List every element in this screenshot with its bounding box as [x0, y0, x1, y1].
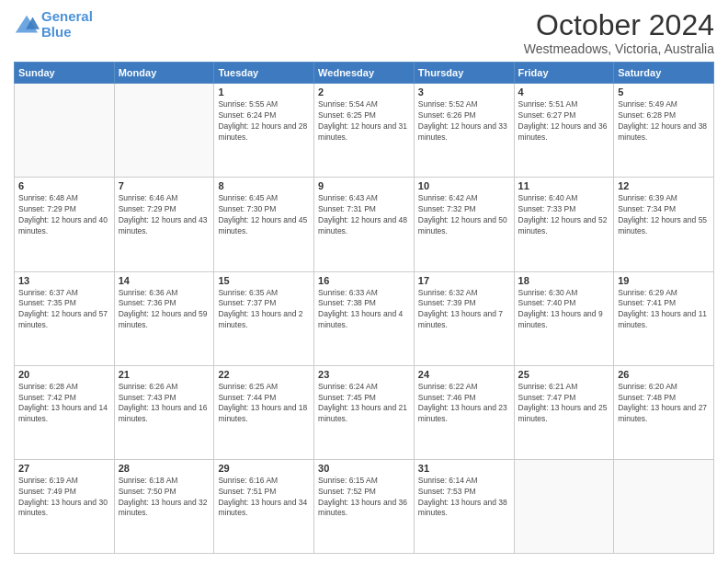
day-info: Sunrise: 6:24 AMSunset: 7:45 PMDaylight:…: [318, 382, 410, 426]
day-number: 6: [18, 180, 110, 191]
logo-icon: [14, 12, 40, 38]
day-info: Sunrise: 6:29 AMSunset: 7:41 PMDaylight:…: [618, 288, 710, 332]
day-number: 14: [119, 275, 210, 286]
day-number: 4: [518, 86, 610, 98]
calendar-cell: 8Sunrise: 6:45 AMSunset: 7:30 PMDaylight…: [214, 178, 314, 271]
day-info: Sunrise: 6:46 AMSunset: 7:29 PMDaylight:…: [119, 193, 210, 237]
header: General Blue October 2024 Westmeadows, V…: [14, 9, 714, 56]
day-info: Sunrise: 5:55 AMSunset: 6:24 PMDaylight:…: [218, 99, 310, 144]
calendar-header-sunday: Sunday: [15, 63, 115, 84]
calendar-cell: 1Sunrise: 5:55 AMSunset: 6:24 PMDaylight…: [214, 84, 314, 178]
logo: General Blue: [14, 9, 93, 40]
calendar-cell: 15Sunrise: 6:35 AMSunset: 7:37 PMDayligh…: [214, 271, 314, 365]
day-info: Sunrise: 6:43 AMSunset: 7:31 PMDaylight:…: [318, 193, 410, 237]
main-title: October 2024: [524, 9, 714, 41]
day-number: 17: [418, 275, 510, 286]
day-info: Sunrise: 5:51 AMSunset: 6:27 PMDaylight:…: [518, 99, 610, 144]
calendar-cell: 7Sunrise: 6:46 AMSunset: 7:29 PMDaylight…: [114, 178, 214, 271]
calendar-cell: 27Sunrise: 6:19 AMSunset: 7:49 PMDayligh…: [15, 459, 115, 553]
title-block: October 2024 Westmeadows, Victoria, Aust…: [524, 9, 714, 56]
day-info: Sunrise: 5:49 AMSunset: 6:28 PMDaylight:…: [618, 99, 710, 144]
calendar-header-row: SundayMondayTuesdayWednesdayThursdayFrid…: [15, 63, 714, 84]
calendar-header-monday: Monday: [114, 63, 214, 84]
calendar-cell: 6Sunrise: 6:48 AMSunset: 7:29 PMDaylight…: [15, 178, 115, 271]
day-info: Sunrise: 6:30 AMSunset: 7:40 PMDaylight:…: [518, 288, 610, 332]
calendar-cell: 21Sunrise: 6:26 AMSunset: 7:43 PMDayligh…: [114, 365, 214, 459]
day-number: 8: [218, 180, 310, 191]
day-info: Sunrise: 6:33 AMSunset: 7:38 PMDaylight:…: [318, 288, 410, 332]
day-info: Sunrise: 6:35 AMSunset: 7:37 PMDaylight:…: [218, 288, 310, 332]
day-number: 2: [318, 86, 410, 98]
day-info: Sunrise: 6:21 AMSunset: 7:47 PMDaylight:…: [518, 382, 610, 426]
day-number: 20: [18, 369, 110, 380]
day-info: Sunrise: 6:26 AMSunset: 7:43 PMDaylight:…: [119, 382, 210, 426]
week-row-4: 20Sunrise: 6:28 AMSunset: 7:42 PMDayligh…: [15, 365, 714, 459]
calendar-cell: 24Sunrise: 6:22 AMSunset: 7:46 PMDayligh…: [414, 365, 514, 459]
day-number: 7: [119, 180, 210, 191]
day-info: Sunrise: 6:20 AMSunset: 7:48 PMDaylight:…: [618, 382, 710, 426]
calendar-cell: 14Sunrise: 6:36 AMSunset: 7:36 PMDayligh…: [114, 271, 214, 365]
day-number: 26: [618, 369, 710, 380]
calendar-cell: 9Sunrise: 6:43 AMSunset: 7:31 PMDaylight…: [314, 178, 415, 271]
day-number: 21: [119, 369, 210, 380]
calendar-header-wednesday: Wednesday: [314, 63, 415, 84]
calendar-cell: [514, 459, 614, 553]
page: General Blue October 2024 Westmeadows, V…: [0, 0, 728, 563]
calendar-header-thursday: Thursday: [414, 63, 514, 84]
day-info: Sunrise: 6:15 AMSunset: 7:52 PMDaylight:…: [318, 476, 410, 520]
day-info: Sunrise: 6:39 AMSunset: 7:34 PMDaylight:…: [618, 193, 710, 237]
calendar-header-saturday: Saturday: [614, 63, 714, 84]
calendar-cell: 13Sunrise: 6:37 AMSunset: 7:35 PMDayligh…: [15, 271, 115, 365]
calendar-cell: [114, 84, 214, 178]
day-info: Sunrise: 6:37 AMSunset: 7:35 PMDaylight:…: [18, 288, 110, 332]
day-number: 13: [18, 275, 110, 286]
day-number: 3: [418, 86, 510, 98]
day-number: 15: [218, 275, 310, 286]
calendar-cell: 19Sunrise: 6:29 AMSunset: 7:41 PMDayligh…: [614, 271, 714, 365]
day-number: 5: [618, 86, 710, 98]
day-number: 25: [518, 369, 610, 380]
day-info: Sunrise: 6:42 AMSunset: 7:32 PMDaylight:…: [418, 193, 510, 237]
calendar-cell: 23Sunrise: 6:24 AMSunset: 7:45 PMDayligh…: [314, 365, 415, 459]
calendar-cell: 20Sunrise: 6:28 AMSunset: 7:42 PMDayligh…: [15, 365, 115, 459]
day-info: Sunrise: 5:54 AMSunset: 6:25 PMDaylight:…: [318, 99, 410, 144]
calendar-cell: 11Sunrise: 6:40 AMSunset: 7:33 PMDayligh…: [514, 178, 614, 271]
day-number: 19: [618, 275, 710, 286]
day-number: 1: [218, 86, 310, 98]
calendar-cell: 2Sunrise: 5:54 AMSunset: 6:25 PMDaylight…: [314, 84, 415, 178]
calendar-table: SundayMondayTuesdayWednesdayThursdayFrid…: [14, 62, 714, 554]
calendar-cell: 12Sunrise: 6:39 AMSunset: 7:34 PMDayligh…: [614, 178, 714, 271]
week-row-5: 27Sunrise: 6:19 AMSunset: 7:49 PMDayligh…: [15, 459, 714, 553]
calendar-cell: 25Sunrise: 6:21 AMSunset: 7:47 PMDayligh…: [514, 365, 614, 459]
day-number: 24: [418, 369, 510, 380]
calendar-cell: 16Sunrise: 6:33 AMSunset: 7:38 PMDayligh…: [314, 271, 415, 365]
day-info: Sunrise: 6:16 AMSunset: 7:51 PMDaylight:…: [218, 476, 310, 520]
day-info: Sunrise: 6:36 AMSunset: 7:36 PMDaylight:…: [119, 288, 210, 332]
calendar-cell: 26Sunrise: 6:20 AMSunset: 7:48 PMDayligh…: [614, 365, 714, 459]
calendar-cell: 4Sunrise: 5:51 AMSunset: 6:27 PMDaylight…: [514, 84, 614, 178]
day-info: Sunrise: 6:14 AMSunset: 7:53 PMDaylight:…: [418, 476, 510, 520]
calendar-cell: 17Sunrise: 6:32 AMSunset: 7:39 PMDayligh…: [414, 271, 514, 365]
day-number: 9: [318, 180, 410, 191]
week-row-3: 13Sunrise: 6:37 AMSunset: 7:35 PMDayligh…: [15, 271, 714, 365]
calendar-cell: 3Sunrise: 5:52 AMSunset: 6:26 PMDaylight…: [414, 84, 514, 178]
day-number: 10: [418, 180, 510, 191]
calendar-cell: 28Sunrise: 6:18 AMSunset: 7:50 PMDayligh…: [114, 459, 214, 553]
day-number: 12: [618, 180, 710, 191]
day-info: Sunrise: 6:18 AMSunset: 7:50 PMDaylight:…: [119, 476, 210, 520]
day-info: Sunrise: 6:22 AMSunset: 7:46 PMDaylight:…: [418, 382, 510, 426]
day-info: Sunrise: 6:32 AMSunset: 7:39 PMDaylight:…: [418, 288, 510, 332]
calendar-cell: 22Sunrise: 6:25 AMSunset: 7:44 PMDayligh…: [214, 365, 314, 459]
calendar-cell: [15, 84, 115, 178]
logo-text: General Blue: [41, 9, 93, 40]
day-number: 23: [318, 369, 410, 380]
day-info: Sunrise: 6:28 AMSunset: 7:42 PMDaylight:…: [18, 382, 110, 426]
day-info: Sunrise: 6:48 AMSunset: 7:29 PMDaylight:…: [18, 193, 110, 237]
week-row-2: 6Sunrise: 6:48 AMSunset: 7:29 PMDaylight…: [15, 178, 714, 271]
day-number: 27: [18, 463, 110, 474]
calendar-header-friday: Friday: [514, 63, 614, 84]
day-number: 11: [518, 180, 610, 191]
calendar-cell: 5Sunrise: 5:49 AMSunset: 6:28 PMDaylight…: [614, 84, 714, 178]
subtitle: Westmeadows, Victoria, Australia: [524, 41, 714, 56]
day-number: 16: [318, 275, 410, 286]
